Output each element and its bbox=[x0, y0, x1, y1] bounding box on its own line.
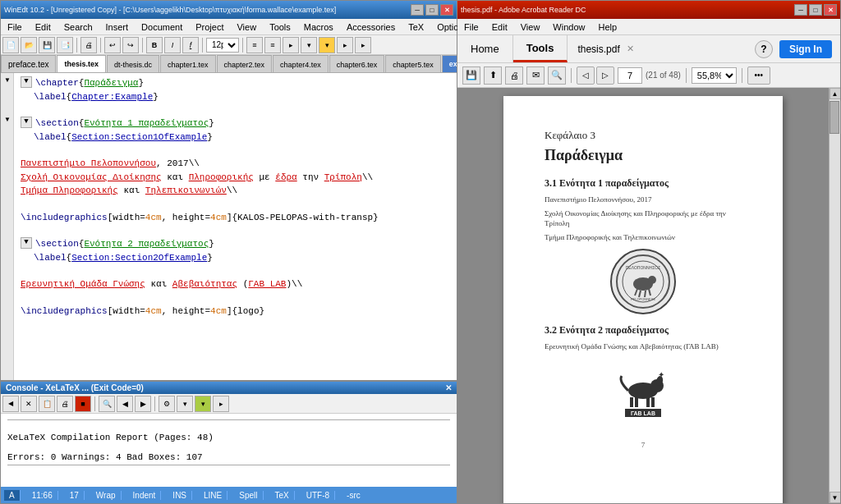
tab-chapter4[interactable]: chapter4.tex bbox=[273, 55, 329, 73]
tab-tools[interactable]: Tools bbox=[513, 35, 568, 62]
more4-btn[interactable]: ▸ bbox=[337, 37, 353, 53]
more3-btn[interactable]: ▾ bbox=[319, 37, 335, 53]
menu-file[interactable]: File bbox=[4, 21, 25, 33]
bold-btn[interactable]: B bbox=[146, 37, 163, 53]
help-icon-btn[interactable]: ? bbox=[755, 40, 773, 58]
menu-view[interactable]: View bbox=[233, 21, 260, 33]
maximize-button[interactable]: □ bbox=[425, 4, 439, 16]
email-btn[interactable]: ✉ bbox=[526, 66, 545, 85]
new-btn[interactable]: 📄 bbox=[2, 37, 19, 53]
open-btn[interactable]: 📂 bbox=[21, 37, 37, 53]
search-btn[interactable]: 🔍 bbox=[548, 66, 566, 85]
acrobat-minimize-btn[interactable]: ─ bbox=[794, 4, 807, 16]
align-left[interactable]: ≡ bbox=[246, 37, 263, 53]
minimize-button[interactable]: ─ bbox=[411, 4, 424, 16]
menu-edit[interactable]: Edit bbox=[32, 21, 54, 33]
font-size-combo[interactable]: 12pt bbox=[206, 38, 239, 53]
menu-accessories[interactable]: Accessories bbox=[343, 21, 398, 33]
more-tools-btn[interactable]: ••• bbox=[747, 66, 770, 85]
console-btn2[interactable]: ✕ bbox=[21, 396, 37, 412]
tab-chapter2[interactable]: chapter2.tex bbox=[217, 55, 273, 73]
save-cloud-btn[interactable]: 💾 bbox=[462, 66, 480, 85]
status-line-label: LINE bbox=[199, 491, 227, 500]
console-nav2[interactable]: ▶ bbox=[135, 396, 151, 412]
acrobat-menu-file[interactable]: File bbox=[461, 21, 482, 33]
acrobat-menu-help[interactable]: Help bbox=[595, 21, 620, 33]
tab-file[interactable]: thesis.pdf ✕ bbox=[568, 35, 747, 62]
console-close-btn[interactable]: ✕ bbox=[445, 383, 452, 392]
tab-file-close[interactable]: ✕ bbox=[627, 44, 634, 54]
menu-document[interactable]: Document bbox=[138, 21, 186, 33]
acrobat-menu-window[interactable]: Window bbox=[549, 21, 588, 33]
tab-chapter5[interactable]: chapter5.tex bbox=[385, 55, 441, 73]
tab-preface[interactable]: preface.tex bbox=[1, 55, 56, 73]
fold-btn-3[interactable]: ▼ bbox=[21, 237, 32, 249]
print-btn-acrobat[interactable]: 🖨 bbox=[505, 66, 523, 85]
acrobat-nav-toolbar: 💾 ⬆ 🖨 ✉ 🔍 ◁ ▷ (21 of 48) 55,8% ••• bbox=[457, 63, 840, 88]
acrobat-close-btn[interactable]: ✕ bbox=[824, 4, 837, 16]
pdf-scrollbar[interactable]: ▲ ▼ bbox=[829, 88, 840, 503]
console-more[interactable]: ▾ bbox=[177, 396, 193, 412]
page-number-input[interactable] bbox=[618, 67, 642, 84]
tab-thesis[interactable]: thesis.tex bbox=[57, 55, 106, 73]
console-search[interactable]: 🔍 bbox=[99, 396, 115, 412]
tab-home[interactable]: Home bbox=[457, 35, 513, 62]
close-button[interactable]: ✕ bbox=[440, 4, 453, 16]
saveall-btn[interactable]: 📑 bbox=[57, 37, 73, 53]
console-btn1[interactable]: ◀ bbox=[2, 396, 19, 412]
console-settings[interactable]: ⚙ bbox=[159, 396, 175, 412]
scroll-up-btn[interactable]: ▲ bbox=[830, 88, 841, 99]
pdf-text1a: Πανεπιστήμιο Πελοποννήσου, 2017 bbox=[545, 195, 742, 205]
save-btn[interactable]: 💾 bbox=[39, 37, 55, 53]
tab-chapter6[interactable]: chapter6.tex bbox=[329, 55, 385, 73]
console-line2: Errors: 0 Warnings: 4 Bad Boxes: 107 bbox=[7, 452, 450, 462]
code-line-11: Ερευνητική Ομάδα Γνώσης και Αβεβαιότητας… bbox=[21, 277, 450, 291]
menu-project[interactable]: Project bbox=[192, 21, 227, 33]
editor-wrapper: ▼ ▼ ▼ \chapter{Παράδειγμα} \label{Chapte… bbox=[1, 73, 457, 380]
scroll-thumb[interactable] bbox=[830, 101, 839, 134]
menu-tex[interactable]: TeX bbox=[405, 21, 427, 33]
editor-area[interactable]: ▼ \chapter{Παράδειγμα} \label{Chapter:Ex… bbox=[14, 73, 457, 380]
console-more3[interactable]: ▸ bbox=[213, 396, 229, 412]
more5-btn[interactable]: ▸ bbox=[355, 37, 371, 53]
menu-macros[interactable]: Macros bbox=[301, 21, 337, 33]
fold-btn-1[interactable]: ▼ bbox=[21, 76, 32, 88]
sign-in-button[interactable]: Sign In bbox=[779, 40, 832, 58]
next-page-btn[interactable]: ▷ bbox=[596, 66, 614, 85]
pdf-area[interactable]: Κεφάλαιο 3 Παράδειγμα 3.1 Ενότητα 1 παρα… bbox=[457, 88, 829, 503]
acrobat-menu-edit[interactable]: Edit bbox=[489, 21, 511, 33]
console-btn4[interactable]: 🖨 bbox=[57, 396, 73, 412]
empty-6 bbox=[21, 291, 450, 305]
console-nav1[interactable]: ◀ bbox=[117, 396, 133, 412]
align-center[interactable]: ≡ bbox=[264, 37, 281, 53]
zoom-select[interactable]: 55,8% bbox=[692, 67, 737, 84]
more-btn[interactable]: ▸ bbox=[283, 37, 299, 53]
console-more2[interactable]: ▾ bbox=[195, 396, 211, 412]
tab-example[interactable]: example.tex bbox=[442, 55, 457, 73]
console-titlebar: Console - XeLaTeX ... (Exit Code=0) ✕ bbox=[1, 382, 457, 394]
italic-btn[interactable]: I bbox=[164, 37, 181, 53]
redo-btn[interactable]: ↪ bbox=[122, 37, 139, 53]
menu-search[interactable]: Search bbox=[61, 21, 96, 33]
gutter-fold2[interactable]: ▼ bbox=[1, 112, 14, 126]
more2-btn[interactable]: ▾ bbox=[301, 37, 317, 53]
gutter-fold1[interactable]: ▼ bbox=[1, 73, 14, 86]
tab-dtthesis[interactable]: dt-thesis.dc bbox=[107, 55, 159, 73]
fold-btn-2[interactable]: ▼ bbox=[21, 117, 32, 128]
prev-page-btn[interactable]: ◁ bbox=[577, 66, 595, 85]
console-btn5[interactable]: ■ bbox=[75, 396, 91, 412]
code-line-6: Σχολή Οικονομίας Διοίκησης και Πληροφορι… bbox=[21, 171, 450, 185]
menu-insert[interactable]: Insert bbox=[103, 21, 132, 33]
console-btn3[interactable]: 📋 bbox=[39, 396, 55, 412]
console-content: XeLaTeX Compilation Report (Pages: 48) E… bbox=[1, 414, 457, 487]
scroll-down-btn[interactable]: ▼ bbox=[830, 492, 841, 503]
share-btn[interactable]: ⬆ bbox=[484, 66, 502, 85]
tab-chapter1[interactable]: chapter1.tex bbox=[160, 55, 216, 73]
acrobat-menu-view[interactable]: View bbox=[517, 21, 544, 33]
font-btn[interactable]: f bbox=[182, 37, 199, 53]
acrobat-maximize-btn[interactable]: □ bbox=[809, 4, 822, 16]
undo-btn[interactable]: ↩ bbox=[104, 37, 121, 53]
menu-tools[interactable]: Tools bbox=[266, 21, 294, 33]
print-btn[interactable]: 🖨 bbox=[80, 37, 97, 53]
console-toolbar: ◀ ✕ 📋 🖨 ■ 🔍 ◀ ▶ ⚙ ▾ ▾ ▸ bbox=[1, 394, 457, 414]
